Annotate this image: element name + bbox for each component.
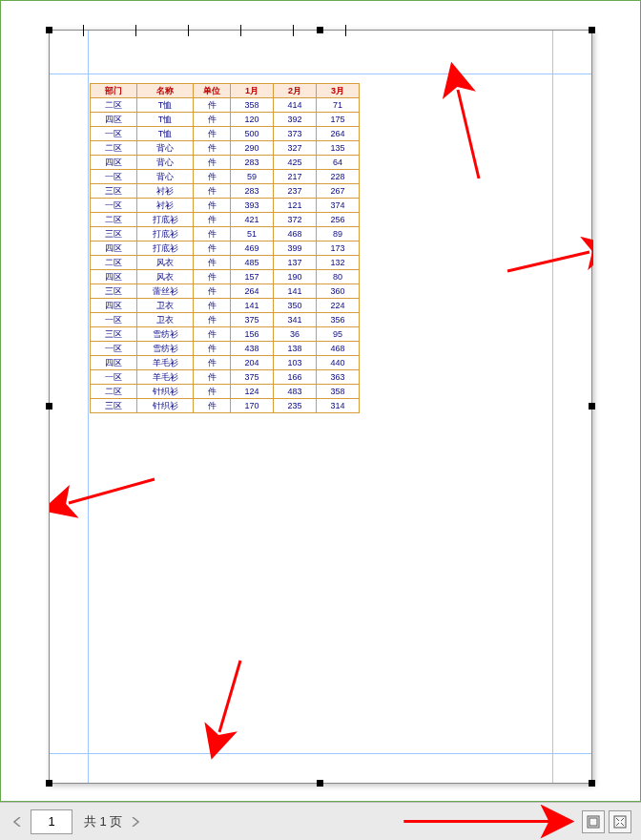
single-page-icon — [587, 815, 600, 829]
table-cell: 372 — [274, 213, 317, 227]
table-row: 二区针织衫件124483358 — [91, 385, 360, 399]
table-cell: 267 — [317, 184, 360, 199]
table-cell: 一区 — [91, 342, 137, 356]
table-cell: 四区 — [91, 299, 137, 313]
table-cell: 四区 — [91, 242, 137, 256]
table-cell: 件 — [194, 184, 231, 199]
table-cell: 件 — [194, 141, 231, 156]
table-cell: 175 — [317, 113, 360, 127]
table-header-cell: 1月 — [231, 84, 274, 98]
table-cell: 356 — [317, 313, 360, 327]
table-cell: 二区 — [91, 256, 137, 270]
table-row: 二区T恤件35841471 — [91, 98, 360, 113]
table-cell: 件 — [194, 270, 231, 284]
next-page-button[interactable] — [128, 814, 143, 830]
table-cell: 121 — [274, 199, 317, 213]
table-cell: 风衣 — [137, 270, 194, 284]
page[interactable]: 部门名称单位1月2月3月 二区T恤件35841471四区T恤件120392175… — [49, 30, 592, 784]
arrow-annotation — [69, 479, 155, 503]
table-row: 一区卫衣件375341356 — [91, 313, 360, 327]
page-number-input[interactable] — [31, 809, 72, 834]
table-cell: 190 — [274, 270, 317, 284]
table-cell: 四区 — [91, 113, 137, 127]
table-cell: 80 — [317, 270, 360, 284]
resize-handle-se[interactable] — [589, 780, 595, 787]
table-cell: 290 — [231, 141, 274, 156]
table-cell: 雪纺衫 — [137, 327, 194, 342]
table-cell: 283 — [231, 184, 274, 199]
table-cell: 件 — [194, 313, 231, 327]
table-row: 三区衬衫件283237267 — [91, 184, 360, 199]
table-cell: 件 — [194, 127, 231, 141]
table-header-cell: 3月 — [317, 84, 360, 98]
table-cell: 399 — [274, 242, 317, 256]
margin-guide-bottom — [50, 753, 591, 754]
table-cell: 120 — [231, 113, 274, 127]
table-cell: 二区 — [91, 141, 137, 156]
table-body: 二区T恤件35841471四区T恤件120392175一区T恤件50037326… — [91, 98, 360, 413]
table-cell: 一区 — [91, 170, 137, 184]
table-cell: 170 — [231, 399, 274, 413]
print-preview-area: 部门名称单位1月2月3月 二区T恤件35841471四区T恤件120392175… — [0, 0, 641, 802]
table-cell: 件 — [194, 399, 231, 413]
ruler-tick — [240, 25, 241, 36]
table-cell: 一区 — [91, 127, 137, 141]
table-cell: T恤 — [137, 127, 194, 141]
table-cell: 235 — [274, 399, 317, 413]
table-row: 二区打底衫件421372256 — [91, 213, 360, 227]
resize-handle-w[interactable] — [46, 403, 52, 410]
resize-handle-nw[interactable] — [46, 27, 52, 33]
table-cell: 件 — [194, 199, 231, 213]
table-cell: 件 — [194, 327, 231, 342]
page-wrapper: 部门名称单位1月2月3月 二区T恤件35841471四区T恤件120392175… — [49, 30, 592, 784]
ruler-tick — [135, 25, 136, 36]
svg-rect-3 — [614, 816, 626, 828]
table-cell: 375 — [231, 313, 274, 327]
table-cell: 打底衫 — [137, 242, 194, 256]
table-cell: 三区 — [91, 284, 137, 299]
table-cell: 392 — [274, 113, 317, 127]
page-nav-bar: 共 1 页 — [0, 802, 641, 840]
table-cell: 438 — [231, 342, 274, 356]
prev-page-button[interactable] — [10, 814, 25, 830]
table-cell: 341 — [274, 313, 317, 327]
table-cell: 64 — [317, 156, 360, 170]
table-cell: 二区 — [91, 213, 137, 227]
table-cell: 三区 — [91, 184, 137, 199]
view-single-page-button[interactable] — [582, 810, 605, 833]
table-cell: 283 — [231, 156, 274, 170]
table-row: 三区雪纺衫件1563695 — [91, 327, 360, 342]
table-cell: 件 — [194, 356, 231, 370]
table-cell: 件 — [194, 299, 231, 313]
table-cell: 59 — [231, 170, 274, 184]
table-cell: 421 — [231, 213, 274, 227]
table-cell: 雪纺衫 — [137, 342, 194, 356]
table-cell: 374 — [317, 199, 360, 213]
resize-handle-ne[interactable] — [589, 27, 595, 33]
table-cell: 485 — [231, 256, 274, 270]
table-cell: 360 — [317, 284, 360, 299]
table-cell: 363 — [317, 370, 360, 385]
table-cell: 468 — [317, 342, 360, 356]
table-cell: 蕾丝衫 — [137, 284, 194, 299]
table-cell: 件 — [194, 156, 231, 170]
table-cell: 卫衣 — [137, 299, 194, 313]
table-cell: 二区 — [91, 385, 137, 399]
table-row: 四区背心件28342564 — [91, 156, 360, 170]
table-cell: 425 — [274, 156, 317, 170]
table-cell: 135 — [317, 141, 360, 156]
table-cell: 358 — [317, 385, 360, 399]
table-cell: 件 — [194, 284, 231, 299]
resize-handle-n[interactable] — [317, 27, 323, 33]
table-cell: 264 — [231, 284, 274, 299]
table-cell: 157 — [231, 270, 274, 284]
margin-guide-right — [552, 31, 553, 783]
table-cell: 衬衫 — [137, 184, 194, 199]
resize-handle-e[interactable] — [589, 403, 595, 410]
resize-handle-s[interactable] — [317, 780, 323, 787]
table-cell: 卫衣 — [137, 313, 194, 327]
table-header: 部门名称单位1月2月3月 — [91, 84, 360, 98]
resize-handle-sw[interactable] — [46, 780, 52, 787]
view-fit-page-button[interactable] — [609, 810, 631, 833]
table-cell: 440 — [317, 356, 360, 370]
